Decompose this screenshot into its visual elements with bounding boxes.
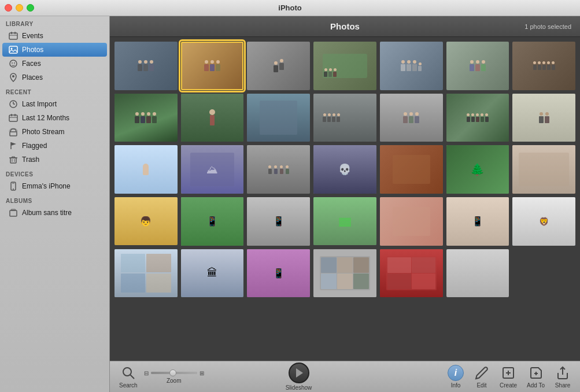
share-button[interactable]: Share [551, 364, 574, 390]
photo-thumb[interactable]: 💀 [313, 145, 376, 194]
photo-thumb[interactable] [512, 42, 575, 90]
toolbar-center: Slideshow [208, 361, 389, 392]
photo-thumb[interactable] [114, 42, 178, 90]
minimize-button[interactable] [16, 4, 23, 12]
info-button[interactable]: i Info [444, 364, 467, 390]
sidebar-item-album-sans-titre-label: Album sans titre [22, 209, 72, 217]
photo-thumb[interactable]: 📱 [247, 197, 310, 246]
edit-label: Edit [476, 382, 486, 389]
photo-thumb[interactable] [313, 249, 376, 298]
svg-rect-0 [9, 33, 17, 39]
album-icon [8, 208, 19, 218]
search-button[interactable]: Search [116, 364, 141, 390]
toolbar-right: i Info Edit [389, 364, 574, 390]
photo-thumb[interactable] [512, 145, 575, 194]
zoom-max-icon: ⊞ [200, 370, 204, 376]
sidebar-item-flagged[interactable]: Flagged [2, 139, 107, 153]
devices-section-header: DEVICES [0, 167, 109, 179]
content-area: Photos 1 photo selected ⛰ 💀 [110, 16, 580, 392]
sidebar-item-photos-label: Photos [22, 46, 43, 54]
sidebar-item-album-sans-titre[interactable]: Album sans titre [2, 206, 107, 220]
sidebar-item-faces-label: Faces [22, 60, 41, 68]
toolbar-left: Search ⊟ ⊞ Zoom [116, 364, 208, 390]
sidebar-item-trash[interactable]: Trash [2, 153, 107, 167]
add-to-button[interactable]: Add To [523, 364, 548, 390]
trash-icon [8, 154, 19, 165]
share-label: Share [555, 382, 571, 389]
flagged-icon [8, 140, 19, 151]
sidebar-item-places[interactable]: Places [2, 71, 107, 84]
photo-thumb[interactable] [446, 249, 509, 298]
photo-thumb[interactable] [313, 42, 376, 90]
svg-rect-4 [9, 46, 17, 53]
sidebar-item-photos[interactable]: Photos [2, 43, 107, 57]
photo-thumb[interactable] [512, 94, 575, 142]
svg-point-24 [13, 188, 14, 190]
slideshow-icon [289, 363, 309, 383]
photo-thumb[interactable] [446, 42, 509, 90]
svg-point-7 [12, 62, 13, 64]
maximize-button[interactable] [27, 4, 34, 12]
sidebar-item-events[interactable]: Events [2, 29, 107, 43]
photo-thumb[interactable] [247, 145, 310, 194]
zoom-slider[interactable] [151, 372, 197, 374]
photo-thumb[interactable] [380, 249, 443, 298]
photo-thumb[interactable]: 📱 [181, 197, 244, 246]
photo-thumb[interactable]: 🌲 [446, 145, 509, 194]
photo-thumb[interactable]: 📱 [446, 197, 509, 246]
photo-thumb[interactable] [380, 42, 443, 90]
selection-info: 1 photo selected [513, 23, 571, 30]
photo-thumb[interactable] [114, 249, 178, 298]
sidebar-item-last-12-months[interactable]: Last 12 Months [2, 111, 107, 125]
photo-thumb[interactable] [446, 94, 509, 142]
svg-point-9 [12, 75, 14, 77]
main-content: LIBRARY Events Photos Faces Places RECE [0, 16, 580, 392]
photo-thumb[interactable] [181, 94, 244, 142]
sidebar: LIBRARY Events Photos Faces Places RECE [0, 16, 110, 392]
photo-thumb[interactable] [380, 197, 443, 246]
close-button[interactable] [5, 4, 12, 12]
photo-thumb[interactable] [114, 94, 178, 142]
sidebar-item-last-import[interactable]: Last Import [2, 97, 107, 111]
photo-thumb[interactable]: 🏛 [181, 249, 244, 298]
photo-thumb[interactable] [313, 94, 376, 142]
photo-thumb[interactable] [380, 145, 443, 194]
photo-thumb-selected[interactable] [181, 42, 244, 90]
edit-icon [474, 365, 490, 381]
svg-rect-19 [10, 158, 16, 163]
svg-line-29 [130, 375, 134, 379]
svg-rect-26 [10, 210, 17, 216]
photo-thumb[interactable]: ⛰ [181, 145, 244, 194]
photo-thumb[interactable] [247, 94, 310, 142]
sidebar-item-places-label: Places [22, 73, 43, 82]
photo-thumb[interactable] [247, 42, 310, 90]
sidebar-item-photo-stream[interactable]: Photo Stream [2, 125, 107, 139]
photos-icon [8, 45, 19, 55]
photo-grid: ⛰ 💀 🌲 👦 📱 📱 ▓▓ 📱 🦁 🏛 📱 [110, 37, 580, 361]
photo-stream-icon [8, 127, 19, 137]
photo-thumb[interactable] [380, 94, 443, 142]
slideshow-label: Slideshow [286, 384, 312, 391]
sidebar-item-trash-label: Trash [22, 156, 39, 164]
sidebar-item-last-12-months-label: Last 12 Months [22, 114, 69, 122]
svg-point-28 [123, 368, 131, 376]
photo-thumb[interactable]: 👦 [114, 197, 178, 246]
info-icon: i [448, 365, 464, 381]
sidebar-item-emmas-iphone[interactable]: Emma's iPhone [2, 179, 107, 193]
svg-point-8 [14, 62, 15, 64]
edit-button[interactable]: Edit [470, 364, 493, 390]
recent-section-header: RECENT [0, 84, 109, 97]
photo-thumb[interactable]: ▓▓ [313, 197, 376, 246]
search-icon [120, 365, 136, 381]
svg-rect-17 [10, 132, 17, 136]
slideshow-button[interactable]: Slideshow [282, 361, 316, 392]
photo-thumb[interactable]: 📱 [247, 249, 310, 298]
create-button[interactable]: Create [496, 364, 520, 390]
zoom-label: Zoom [167, 378, 182, 384]
sidebar-item-faces[interactable]: Faces [2, 57, 107, 71]
photo-thumb[interactable]: 🦁 [512, 197, 575, 246]
photo-thumb[interactable] [114, 145, 178, 194]
zoom-min-icon: ⊟ [144, 370, 149, 376]
sidebar-item-events-label: Events [22, 32, 43, 40]
titlebar: iPhoto [0, 0, 580, 16]
